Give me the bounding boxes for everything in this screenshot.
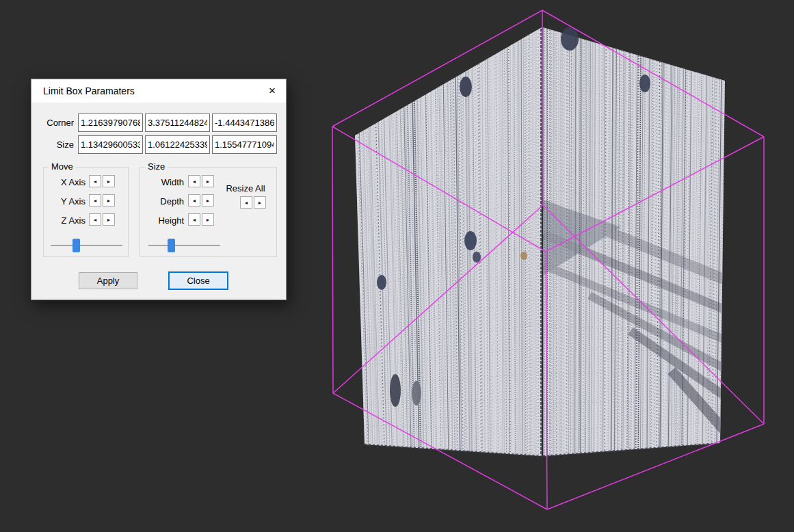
move-group: Move X Axis ◄ ► Y Axis ◄ ► Z Axis ◄ ► [43, 167, 129, 257]
x-axis-spinner: ◄ ► [89, 175, 115, 187]
z-axis-decrement-button[interactable]: ◄ [89, 213, 101, 226]
height-spinner: ◄ ► [188, 213, 214, 226]
close-icon[interactable]: × [261, 81, 283, 99]
size-slider-track[interactable] [148, 245, 220, 246]
move-slider-handle[interactable] [72, 239, 80, 252]
z-axis-spinner: ◄ ► [89, 213, 115, 226]
size-slider-handle[interactable] [168, 239, 175, 252]
depth-label: Depth [143, 196, 184, 208]
limit-box-dialog: Limit Box Paramaters × Corner Size Move … [31, 79, 287, 300]
depth-increment-button[interactable]: ► [202, 194, 214, 207]
move-slider-track[interactable] [51, 245, 122, 246]
apply-button[interactable]: Apply [79, 272, 137, 289]
resize-all-increment-button[interactable]: ► [254, 196, 266, 209]
corner-y-input[interactable] [145, 114, 210, 132]
width-decrement-button[interactable]: ◄ [188, 175, 200, 187]
y-axis-increment-button[interactable]: ► [103, 194, 115, 207]
resize-all-spinner: ◄ ► [240, 196, 266, 209]
x-axis-decrement-button[interactable]: ◄ [89, 175, 101, 187]
x-axis-label: X Axis [47, 176, 85, 189]
y-axis-spinner: ◄ ► [89, 194, 115, 207]
depth-decrement-button[interactable]: ◄ [188, 194, 200, 207]
resize-all-label: Resize All [217, 183, 274, 195]
height-increment-button[interactable]: ► [202, 213, 214, 226]
y-axis-label: Y Axis [47, 196, 85, 208]
z-axis-increment-button[interactable]: ► [103, 213, 115, 226]
resize-all-decrement-button[interactable]: ◄ [240, 196, 252, 209]
width-increment-button[interactable]: ► [202, 175, 214, 187]
size-label: Size [38, 135, 74, 154]
size-y-input[interactable] [145, 135, 210, 154]
y-axis-decrement-button[interactable]: ◄ [89, 194, 101, 207]
move-group-label: Move [49, 161, 76, 172]
corner-label: Corner [38, 114, 74, 132]
dialog-title: Limit Box Paramaters [43, 85, 135, 96]
width-spinner: ◄ ► [188, 175, 214, 187]
corner-x-input[interactable] [78, 114, 143, 132]
height-decrement-button[interactable]: ◄ [188, 213, 200, 226]
close-button[interactable]: Close [168, 271, 228, 290]
corner-z-input[interactable] [212, 114, 277, 132]
height-label: Height [143, 215, 184, 227]
width-label: Width [143, 176, 184, 189]
depth-spinner: ◄ ► [188, 194, 214, 207]
z-axis-label: Z Axis [47, 215, 85, 227]
size-group: Size Width ◄ ► Depth ◄ ► Height ◄ ► Resi… [140, 167, 277, 257]
size-z-input[interactable] [212, 135, 277, 154]
x-axis-increment-button[interactable]: ► [103, 175, 115, 187]
size-group-label: Size [145, 161, 168, 172]
dialog-titlebar[interactable]: Limit Box Paramaters × [31, 79, 286, 103]
size-x-input[interactable] [78, 135, 143, 154]
